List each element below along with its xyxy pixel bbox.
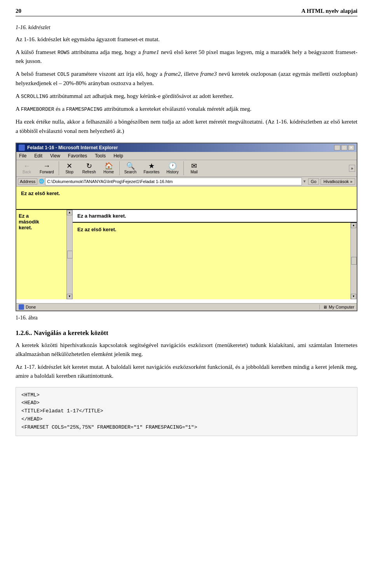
code-frameborder: FRAMEBORDER — [21, 106, 54, 112]
titlebar-controls[interactable]: _ □ ✕ — [334, 145, 354, 150]
status-right: 🖥 My Computer — [319, 305, 354, 309]
code-line-4: </HEAD> — [21, 415, 352, 424]
scrollbar-up-arrow[interactable]: ▲ — [67, 210, 72, 215]
section-label: 1-16. kódrészlet — [16, 23, 357, 32]
paragraph-5: A FRAMEBORDER és a FRAMESPACING attribút… — [16, 105, 357, 113]
stop-button[interactable]: ✕ Stop — [61, 162, 78, 175]
toolbar-separator-3 — [183, 161, 184, 175]
scrollbar-thumb[interactable] — [67, 251, 73, 258]
back-button[interactable]: ← Back — [18, 162, 36, 175]
minimize-button[interactable]: _ — [334, 145, 340, 150]
section-heading-1-2-6: 1.2.6.. Navigálás a keretek között — [16, 329, 357, 337]
favorites-label: Favorites — [143, 170, 159, 174]
frame1-text: Ez az első keret. — [21, 190, 60, 196]
frame-bottom-container: Ez a második keret. ▲ ▼ Ez a harmadik ke… — [16, 210, 357, 299]
refresh-label: Refresh — [82, 170, 96, 174]
status-icon — [19, 304, 24, 310]
section-number: 1.2.6. — [16, 329, 30, 337]
fig-caption: 1-16. ábra — [16, 314, 357, 322]
section-title: Navigálás a keretek között — [34, 329, 108, 337]
back-label: Back — [23, 170, 31, 174]
paragraph-4: A SCROLLING attribútummal azt adhatjuk m… — [16, 92, 357, 101]
go-button[interactable]: Go — [308, 178, 319, 185]
mail-icon: ✉ — [191, 162, 197, 169]
search-label: Search — [124, 170, 137, 174]
frame2-text: Ez a második keret. — [19, 213, 64, 230]
code-rows: ROWS — [58, 50, 70, 56]
browser-toolbar: ← Back → Forward ✕ Stop ↻ Refresh 🏠 Home… — [16, 160, 357, 177]
em-frame2: frame2 — [164, 71, 181, 77]
em-frame1: frame1 — [143, 49, 159, 55]
page-header: 20 A HTML nyelv alapjai — [16, 8, 357, 16]
address-input-wrap: 🌐 ▼ — [39, 178, 306, 185]
browser-content: Ez az első keret. Ez a második keret. ▲ … — [16, 187, 357, 303]
address-dropdown-icon[interactable]: ▼ — [303, 179, 307, 183]
toolbar-separator-2 — [119, 161, 120, 175]
menu-view[interactable]: View — [49, 153, 61, 159]
titlebar-left: Feladat 1-16 - Microsoft Internet Explor… — [19, 145, 118, 151]
status-text: Done — [26, 305, 36, 309]
history-button[interactable]: 🕐 History — [164, 162, 182, 175]
scrollbar-down-arrow[interactable]: ▼ — [67, 294, 72, 299]
search-icon: 🔍 — [126, 162, 135, 169]
code-line-2: <HEAD> — [21, 399, 352, 407]
home-icon: 🏠 — [105, 162, 113, 169]
section2-paragraph-2: Az 1-17. kódrészlet két keretet mutat. A… — [16, 363, 357, 381]
address-icon: 🌐 — [39, 179, 44, 184]
frame3-bottom-row: Ez az első keret. ▲ ▼ — [73, 223, 357, 299]
frame-left-content: Ez a második keret. — [16, 210, 66, 299]
code-line-1: <HTML> — [21, 391, 352, 400]
forward-label: Forward — [40, 170, 54, 174]
scrollbar-down-arrow-2[interactable]: ▼ — [351, 294, 356, 299]
back-icon: ← — [23, 162, 30, 169]
right-frame-scrollbar[interactable]: ▲ ▼ — [350, 223, 357, 299]
paragraph-6: Ha ezek értéke nulla, akkor a felhasznál… — [16, 117, 357, 136]
browser-addressbar: Address 🌐 ▼ Go Hivatkozások » — [16, 177, 357, 187]
browser-icon — [19, 145, 25, 151]
forward-button[interactable]: → Forward — [37, 162, 57, 175]
home-button[interactable]: 🏠 Home — [100, 162, 118, 175]
code-block: <HTML> <HEAD> <TITLE>Feladat 1-17</TITLE… — [16, 387, 357, 436]
stop-icon: ✕ — [66, 162, 72, 169]
browser-titlebar: Feladat 1-16 - Microsoft Internet Explor… — [16, 143, 357, 152]
section2-paragraph-1: A keretek közötti hiperhivatkozás kapcso… — [16, 341, 357, 359]
frame3-top: Ez a harmadik keret. — [73, 210, 357, 223]
code-framespacing: FRAMESPACING — [66, 106, 103, 112]
scrollbar-thumb-2[interactable] — [351, 257, 357, 265]
favorites-icon: ★ — [148, 162, 155, 169]
browser-statusbar: Done 🖥 My Computer — [16, 303, 357, 311]
forward-icon: → — [43, 162, 50, 169]
search-button[interactable]: 🔍 Search — [121, 162, 140, 175]
close-button[interactable]: ✕ — [348, 145, 354, 150]
menu-favorites[interactable]: Favorites — [67, 153, 88, 159]
paragraph-1: Az 1-16. kódrészlet két egymásba ágyazot… — [16, 35, 357, 44]
refresh-button[interactable]: ↻ Refresh — [79, 162, 99, 175]
stop-label: Stop — [65, 170, 73, 174]
frame-left-container: Ez a második keret. ▲ ▼ — [16, 210, 73, 299]
left-frame-scrollbar[interactable]: ▲ ▼ — [66, 210, 73, 299]
scrollbar-up-arrow-2[interactable]: ▲ — [351, 223, 356, 228]
mail-button[interactable]: ✉ Mail — [185, 162, 203, 175]
frame-right-container: Ez a harmadik keret. Ez az első keret. ▲… — [73, 210, 357, 299]
browser-title: Feladat 1-16 - Microsoft Internet Explor… — [27, 145, 118, 150]
menu-tools[interactable]: Tools — [94, 153, 107, 159]
code-line-3: <TITLE>Feladat 1-17</TITLE> — [21, 407, 352, 415]
paragraph-2: A külső frameset ROWS attribútuma adja m… — [16, 48, 357, 66]
links-button[interactable]: Hivatkozások » — [321, 178, 355, 185]
computer-icon: 🖥 — [323, 305, 327, 309]
menu-edit[interactable]: Edit — [33, 153, 44, 159]
page-title: A HTML nyelv alapjai — [301, 8, 357, 14]
paragraph-3: A belső frameset COLS paramétere viszont… — [16, 70, 357, 88]
history-icon: 🕐 — [168, 162, 177, 169]
maximize-button[interactable]: □ — [341, 145, 347, 150]
menu-help[interactable]: Help — [112, 153, 124, 159]
mail-label: Mail — [190, 170, 197, 174]
address-label: Address — [18, 178, 37, 185]
favorites-button[interactable]: ★ Favorites — [140, 162, 162, 175]
menu-file[interactable]: File — [18, 153, 28, 159]
refresh-icon: ↻ — [86, 162, 92, 169]
toolbar-more-button[interactable]: » — [349, 165, 355, 172]
frame3-inner-content: Ez az első keret. — [73, 223, 350, 299]
address-input[interactable] — [45, 178, 302, 185]
page-number: 20 — [16, 8, 21, 14]
